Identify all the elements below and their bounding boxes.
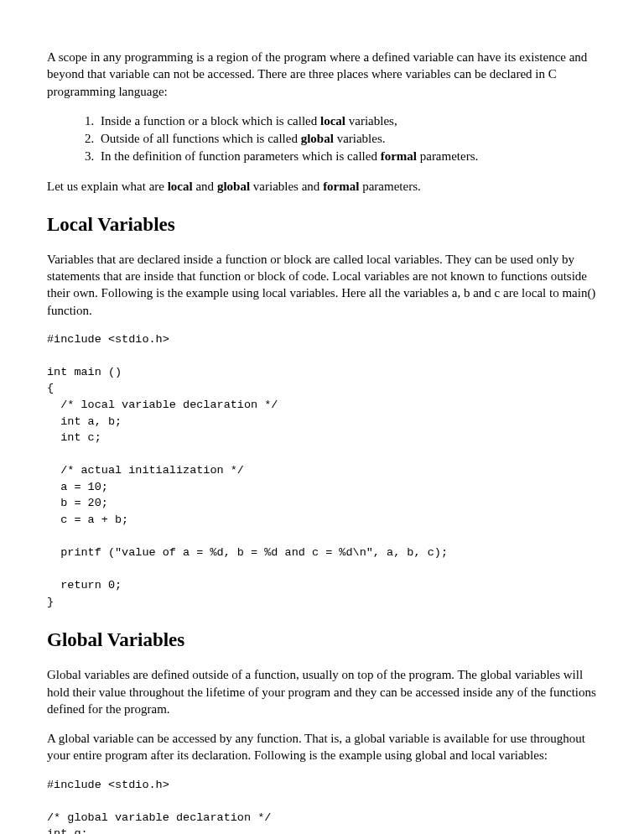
list-bold: formal [381, 149, 417, 163]
code-block-local: #include <stdio.h> int main () { /* loca… [47, 331, 597, 611]
list-bold: global [301, 132, 334, 145]
list-text: variables, [345, 114, 397, 128]
list-text: variables. [334, 132, 386, 145]
bold-text: local [168, 180, 193, 193]
list-text: parameters. [417, 149, 478, 163]
intro-paragraph: A scope in any programming is a region o… [47, 49, 597, 100]
heading-global-variables: Global Variables [47, 627, 597, 653]
list-text: Inside a function or a block which is ca… [101, 114, 320, 128]
list-text: Outside of all functions which is called [101, 132, 301, 145]
list-item: Outside of all functions which is called… [97, 130, 597, 147]
text: variables and [250, 180, 323, 193]
list-item: In the definition of function parameters… [97, 148, 597, 164]
list-item: Inside a function or a block which is ca… [97, 112, 597, 129]
scope-list: Inside a function or a block which is ca… [47, 112, 597, 165]
list-text: In the definition of function parameters… [101, 149, 381, 163]
bold-text: global [217, 180, 250, 193]
text: and [193, 180, 217, 193]
heading-local-variables: Local Variables [47, 211, 597, 237]
intro-paragraph-2: Let us explain what are local and global… [47, 178, 597, 195]
list-bold: local [320, 114, 345, 128]
text: parameters. [359, 180, 420, 193]
text: Let us explain what are [47, 180, 168, 193]
local-paragraph: Variables that are declared inside a fun… [47, 251, 597, 319]
global-paragraph-2: A global variable can be accessed by any… [47, 730, 597, 764]
global-paragraph-1: Global variables are defined outside of … [47, 666, 597, 717]
code-block-global: #include <stdio.h> /* global variable de… [47, 777, 597, 834]
bold-text: formal [323, 180, 359, 193]
